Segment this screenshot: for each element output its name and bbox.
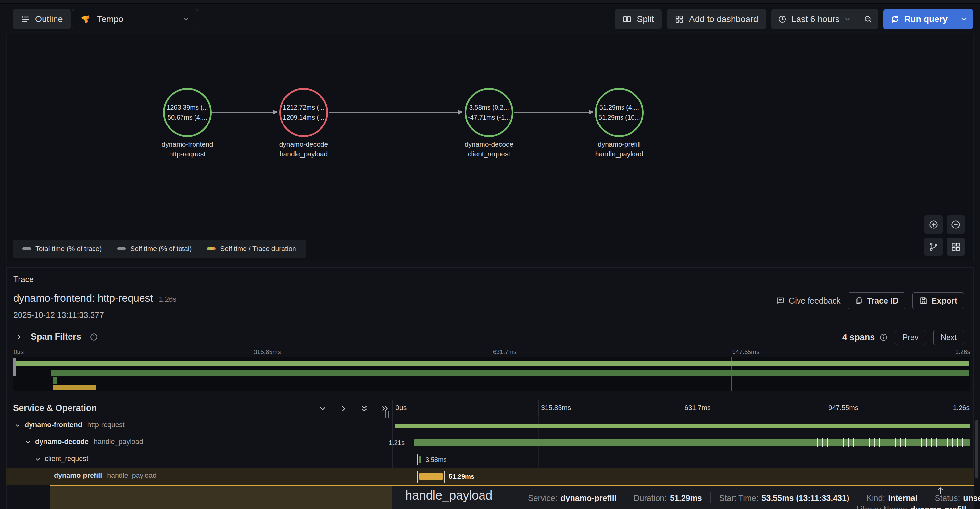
chevron-down-icon[interactable] [34,456,41,463]
span-service: dynamo-frontend [25,421,82,429]
graph-zoom-out-button[interactable] [947,215,965,234]
vertical-scrollbar[interactable] [975,420,978,479]
node-label: dynamo-decodehandle_payload [245,139,362,159]
legend-swatch-gradient [207,247,216,250]
span-table-header: Service & Operation 0μs 315.85ms 631.7ms… [6,400,974,417]
node-graph-panel: 1263.39ms (... 50.67ms (4.... dynamo-fro… [6,34,974,261]
node-total-time: 1212.72ms (... [283,104,325,111]
add-to-dashboard-label: Add to dashboard [689,14,758,24]
tick-label: 0μs [14,348,24,356]
trace-timestamp: 2025-10-12 13:11:33.377 [13,310,104,320]
add-to-dashboard-button[interactable]: Add to dashboard [667,9,766,29]
tick-label: 947.55ms [732,348,759,356]
ruler-tick: 0μs [396,404,407,412]
prev-span-button[interactable]: Prev [895,330,926,345]
trace-panel-title: Trace [13,274,34,284]
scroll-to-top-icon[interactable] [936,486,945,495]
split-icon [622,14,632,24]
time-zoom-out-button[interactable] [858,9,878,29]
trace-header-actions: Give feedback Trace ID Export [776,292,964,309]
minimap-span-client-request [53,377,57,384]
node-graph-controls [924,215,965,256]
split-label: Split [637,14,654,24]
ruler-gridline [538,400,539,417]
trace-title: dynamo-frontend: http-request 1.26s [13,292,176,304]
node-dynamo-prefill[interactable]: 51.29ms (4.... 51.29ms (10... [595,88,644,137]
give-feedback-button[interactable]: Give feedback [776,296,841,306]
graph-layout-branch-button[interactable] [924,238,943,256]
trace-duration: 1.26s [159,295,176,303]
field-duration: Duration:51.29ms [625,493,711,503]
node-label: dynamo-prefillhandle_payload [561,139,678,159]
legend-item-self-time: Self time (% of total) [117,245,192,252]
tick-label: 1.26s [955,348,970,356]
tick-label: 315.85ms [254,348,280,356]
span-detail-fields: Service:dynamo-prefill Duration:51.29ms … [520,492,980,503]
minimap-drag-handle[interactable] [13,358,16,376]
indent-guide [40,485,40,509]
span-row-client-request[interactable]: client_request 3.58ms [6,451,974,468]
chevron-down-icon[interactable] [25,439,31,446]
run-query-main[interactable]: Run query [883,9,955,29]
graph-layout-grid-button[interactable] [947,238,965,256]
span-filters-toggle[interactable]: Span Filters [15,332,98,342]
graph-zoom-in-button[interactable] [924,215,943,234]
node-label: dynamo-frontendhttp-request [129,139,246,159]
explore-toolbar: Outline Tempo [0,4,980,34]
service-operation-header: Service & Operation [13,403,97,413]
column-resize-handle[interactable] [385,411,389,418]
minimap-span-prefill [53,385,96,390]
chevron-down-icon[interactable] [14,422,21,429]
span-detail-panel: handle_payload Service:dynamo-prefill Du… [392,486,974,509]
field-status: Status:unset [926,493,980,503]
span-service: dynamo-decode [35,438,89,446]
info-icon [90,333,98,341]
node-self-time: -47.71ms (-1... [468,114,510,121]
export-button[interactable]: Export [912,292,964,309]
next-span-button[interactable]: Next [933,330,964,345]
ruler-tick: 631.7ms [684,404,711,412]
trace-id-button[interactable]: Trace ID [848,292,905,309]
time-range-button[interactable]: Last 6 hours [771,9,858,29]
outline-button[interactable]: Outline [13,9,71,29]
chevron-down-icon [182,15,190,23]
node-total-time: 1263.39ms (... [167,104,208,111]
tick-label: 631.7ms [493,348,517,356]
collapse-one-icon[interactable] [317,403,329,414]
span-bar[interactable] [395,423,970,428]
chevron-right-icon [15,333,22,341]
datasource-picker[interactable]: Tempo [72,9,198,29]
field-kind: Kind:internal [858,493,926,503]
node-dynamo-decode-handle-payload[interactable]: 1212.72ms (... 1209.14ms (... [279,88,328,137]
edge-frontend-decode [212,112,273,113]
node-dynamo-frontend[interactable]: 1263.39ms (... 50.67ms (4.... [163,88,212,137]
node-dynamo-decode-client-request[interactable]: 3.58ms (0.2... -47.71ms (-1... [465,88,513,137]
span-service: dynamo-prefill [54,472,102,480]
node-total-time: 51.29ms (4.... [600,104,639,111]
run-query-button[interactable]: Run query [883,9,973,29]
run-query-dropdown[interactable] [955,9,973,29]
clock-icon [778,14,787,24]
span-row-http-request[interactable]: dynamo-frontend http-request [6,417,974,434]
copy-icon [855,297,863,305]
run-query-label: Run query [904,14,948,24]
span-row-handle-payload-decode[interactable]: dynamo-decode handle_payload 1.21s [6,434,974,451]
field-start-time: Start Time:53.55ms (13:11:33.431) [711,493,858,503]
minimap-span-http-request [14,361,969,365]
span-name-cell: dynamo-decode handle_payload [6,434,392,451]
span-bar[interactable] [419,456,421,463]
split-button[interactable]: Split [615,9,662,29]
node-self-time: 1209.14ms (... [283,114,325,121]
expand-one-icon[interactable] [337,403,350,414]
timeline-minimap[interactable] [13,357,970,391]
trace-root-span: dynamo-frontend: http-request [13,292,153,304]
span-bar[interactable] [419,473,442,480]
span-row-prefill-selected[interactable]: dynamo-prefill handle_payload 51.29ms [6,468,974,485]
grafana-explore-page: Outline Tempo [0,0,980,509]
span-duration-label: 3.58ms [425,456,447,463]
collapse-all-icon[interactable] [358,403,371,414]
span-operation: http-request [88,421,125,429]
zoom-out-icon [864,14,872,24]
legend-item-total-time: Total time (% of trace) [22,245,102,252]
node-graph-legend: Total time (% of trace) Self time (% of … [13,239,306,258]
